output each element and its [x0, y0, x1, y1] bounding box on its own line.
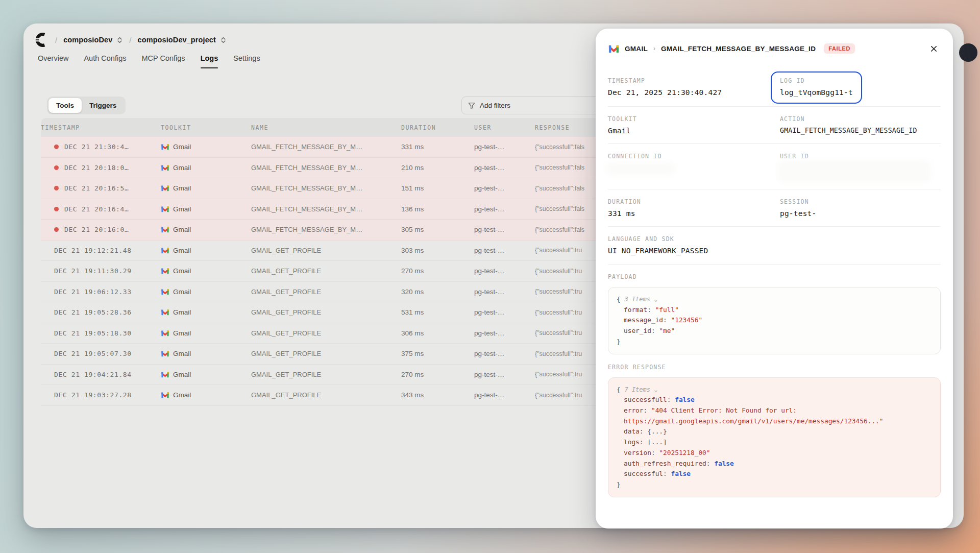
log-timestamp-cell: DEC 21 20:18:0… — [41, 164, 161, 172]
log-action-name: GMAIL_GET_PROFILE — [251, 391, 401, 399]
column-header: NAME — [251, 124, 401, 131]
panel-action-title: GMAIL_FETCH_MESSAGE_BY_MESSAGE_ID — [661, 45, 816, 53]
duration-field-value: 331 ms — [608, 209, 780, 218]
log-user: pg-test-… — [474, 267, 535, 275]
toolkit-field-label: TOOLKIT — [608, 115, 780, 123]
log-timestamp-cell: DEC 21 21:30:4… — [41, 143, 161, 151]
log-timestamp-cell: DEC 21 20:16:0… — [41, 226, 161, 233]
field-row: TIMESTAMP Dec 21, 2025 21:30:40.427 LOG … — [608, 68, 941, 106]
failed-status-dot-icon — [54, 145, 59, 149]
field-row: CONNECTION ID USER ID — [608, 143, 941, 189]
log-user: pg-test-… — [474, 143, 535, 151]
toggle-segment-label: Tools — [56, 102, 74, 109]
log-action-name: GMAIL_FETCH_MESSAGE_BY_M… — [251, 226, 401, 233]
log-timestamp: DEC 21 21:30:4… — [64, 143, 129, 151]
log-toolkit: Gmail — [173, 205, 191, 213]
log-timestamp-cell: DEC 21 19:11:30.29 — [41, 267, 161, 275]
panel-fields: TIMESTAMP Dec 21, 2025 21:30:40.427 LOG … — [608, 68, 941, 497]
toggle-segment-label: Triggers — [89, 102, 116, 109]
log-id-field-value: log_tVqomBgg11-t — [780, 88, 853, 97]
log-detail-panel: GMAIL › GMAIL_FETCH_MESSAGE_BY_MESSAGE_I… — [596, 29, 953, 528]
log-timestamp: DEC 21 19:06:12.33 — [54, 288, 132, 296]
breadcrumb-project-label: composioDev_project — [138, 36, 216, 44]
panel-toolkit-name: GMAIL — [625, 45, 648, 53]
payload-json-viewer[interactable]: { 3 Items format"full" message_id"123456… — [608, 287, 941, 354]
nav-tab[interactable]: Auth Configs — [84, 54, 126, 68]
close-panel-button[interactable] — [926, 41, 941, 56]
failed-status-dot-icon — [54, 165, 59, 170]
json-key: data — [624, 427, 647, 435]
log-user: pg-test-… — [474, 350, 535, 357]
log-toolkit-cell: Gmail — [161, 349, 251, 358]
log-toolkit: Gmail — [173, 143, 191, 151]
breadcrumb-separator: / — [129, 36, 131, 44]
action-field-value: GMAIL_FETCH_MESSAGE_BY_MESSAGE_ID — [780, 127, 941, 134]
nav-tab[interactable]: Overview — [38, 54, 68, 68]
log-id-field: LOG ID log_tVqomBgg11-t — [780, 77, 941, 98]
nav-tab[interactable]: Settings — [233, 54, 260, 68]
log-toolkit: Gmail — [173, 164, 191, 172]
column-header: TOOLKIT — [161, 124, 251, 131]
toggle-segment[interactable]: Triggers — [82, 98, 124, 113]
json-value: false — [714, 460, 734, 467]
chevron-updown-icon — [116, 37, 123, 43]
breadcrumb-org-label: composioDev — [63, 36, 112, 44]
log-user: pg-test-… — [474, 329, 535, 337]
session-field-value: pg-test- — [780, 209, 941, 218]
gmail-icon — [161, 142, 169, 151]
log-timestamp: DEC 21 20:16:4… — [64, 205, 129, 213]
nav-tab-label: Overview — [38, 54, 68, 62]
open-brace: { — [617, 386, 621, 393]
log-toolkit-cell: Gmail — [161, 287, 251, 296]
log-toolkit: Gmail — [173, 267, 191, 275]
log-user: pg-test-… — [474, 288, 535, 296]
error-response-json-viewer[interactable]: { 7 Items successfullfalse error"404 Cli… — [608, 377, 941, 497]
log-timestamp: DEC 21 20:16:5… — [64, 184, 129, 192]
log-toolkit-cell: Gmail — [161, 329, 251, 338]
user-avatar[interactable] — [959, 43, 977, 62]
json-value: "full" — [655, 306, 679, 314]
log-toolkit-cell: Gmail — [161, 267, 251, 275]
nav-tab[interactable]: MCP Configs — [141, 54, 185, 68]
log-id-highlight-ring[interactable]: LOG ID log_tVqomBgg11-t — [771, 71, 862, 104]
log-duration: 303 ms — [401, 247, 474, 254]
breadcrumb-org-selector[interactable]: composioDev — [63, 36, 123, 44]
nav-tab-label: Logs — [201, 54, 218, 62]
json-key: user_id — [624, 327, 659, 334]
log-timestamp: DEC 21 19:03:27.28 — [54, 391, 132, 399]
items-count-collapse-toggle[interactable]: 3 Items — [624, 296, 657, 303]
log-action-name: GMAIL_GET_PROFILE — [251, 350, 401, 357]
json-key: successful — [624, 470, 671, 477]
log-action-name: GMAIL_GET_PROFILE — [251, 371, 401, 378]
json-value: "404 Client Error: Not Found for url: ht… — [624, 406, 884, 425]
json-value: {...} — [647, 427, 667, 435]
json-key: auth_refresh_required — [624, 460, 714, 467]
log-timestamp-cell: DEC 21 20:16:5… — [41, 184, 161, 192]
gmail-icon — [161, 267, 169, 275]
gmail-icon — [161, 391, 169, 399]
json-entry: logs[...] — [617, 437, 932, 448]
json-entry: error"404 Client Error: Not Found for ur… — [617, 405, 932, 426]
nav-tab[interactable]: Logs — [201, 54, 218, 68]
nav-tab-label: Settings — [233, 54, 260, 62]
field-row: DURATION 331 ms SESSION pg-test- — [608, 189, 941, 226]
log-timestamp-cell: DEC 21 19:05:28.36 — [41, 308, 161, 316]
items-count-collapse-toggle[interactable]: 7 Items — [624, 386, 657, 393]
breadcrumb-separator: / — [55, 36, 57, 44]
toggle-segment[interactable]: Tools — [48, 98, 82, 113]
log-timestamp: DEC 21 20:18:0… — [64, 164, 129, 172]
session-field-label: SESSION — [780, 198, 941, 205]
breadcrumb-project-selector[interactable]: composioDev_project — [138, 36, 227, 44]
failed-status-dot-icon — [54, 207, 59, 211]
log-user: pg-test-… — [474, 226, 535, 233]
language-sdk-field: LANGUAGE AND SDK UI NO_FRAMEWORK_PASSED — [608, 235, 941, 255]
log-toolkit: Gmail — [173, 288, 191, 296]
log-action-name: GMAIL_FETCH_MESSAGE_BY_M… — [251, 164, 401, 172]
log-timestamp-cell: DEC 21 19:04:21.84 — [41, 371, 161, 378]
gmail-icon — [161, 163, 169, 172]
duration-field-label: DURATION — [608, 198, 780, 205]
user-id-field-label: USER ID — [780, 153, 941, 160]
action-field: ACTION GMAIL_FETCH_MESSAGE_BY_MESSAGE_ID — [780, 115, 941, 135]
json-key: logs — [624, 438, 647, 446]
log-toolkit: Gmail — [173, 308, 191, 316]
